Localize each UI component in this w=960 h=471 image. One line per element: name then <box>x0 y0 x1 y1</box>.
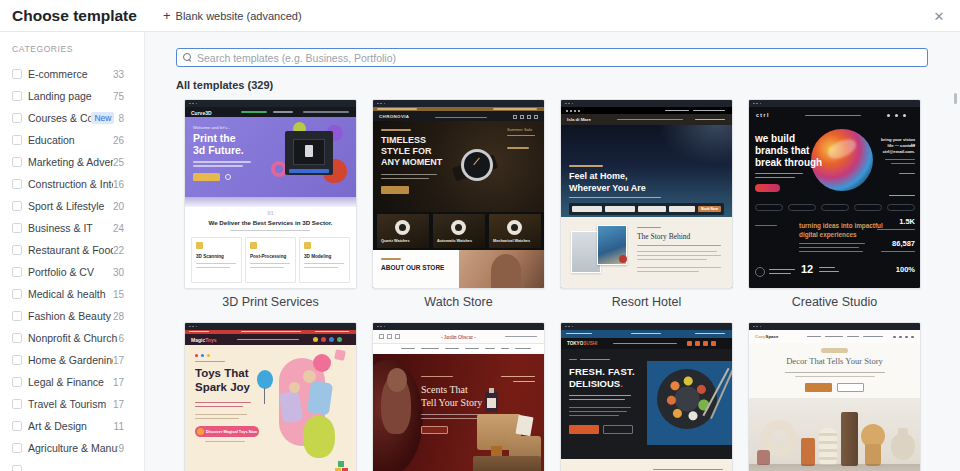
checkbox[interactable] <box>12 201 22 211</box>
sidebar-item-courses-coaching[interactable]: Courses & CoachingNew8 <box>12 107 144 129</box>
mini-section: MODERN TASTE <box>561 459 732 471</box>
checkbox[interactable] <box>12 421 22 431</box>
template-card-toys[interactable]: MagicToys Toys That <box>184 322 357 471</box>
sidebar-item-home-gardening[interactable]: Home & Gardening17 <box>12 349 144 371</box>
mini-nav: Curve3D <box>185 107 356 117</box>
sidebar-item-fashion-beauty[interactable]: Fashion & Beauty28 <box>12 305 144 327</box>
category-count: 9 <box>118 443 144 454</box>
checkbox[interactable] <box>12 289 22 299</box>
mini-feature: 3D Modeling <box>304 254 331 259</box>
template-name: Watch Store <box>372 295 545 309</box>
mini-cta: Book Now <box>698 206 721 212</box>
sidebar-item-restaurant-food[interactable]: Restaurant & Food22 <box>12 239 144 261</box>
mini-section-title: turning ideas into impactful <box>799 222 883 229</box>
sidebar-item-e-commerce[interactable]: E-commerce33 <box>12 63 144 85</box>
checkbox[interactable] <box>12 113 22 123</box>
dialog-header: Choose template + Blank website (advance… <box>0 0 960 32</box>
sidebar-item-nonprofit-church[interactable]: Nonprofit & Church6 <box>12 327 144 349</box>
mini-brand: Isla di Mare <box>567 117 591 122</box>
sidebar-item-agriculture-manufacturing[interactable]: Agriculture & Manufacturing9 <box>12 437 144 459</box>
mini-brand: Cozy <box>755 334 766 339</box>
category-count: 24 <box>113 223 144 234</box>
browser-chrome <box>561 323 732 330</box>
category-count: 20 <box>113 201 144 212</box>
template-preview: Isla di Mare Feel at Home, Wherever You … <box>560 99 733 289</box>
category-label: Legal & Finance <box>28 376 113 388</box>
category-count: 28 <box>113 311 144 322</box>
sidebar-item-medical-health[interactable]: Medical & health15 <box>12 283 144 305</box>
sidebar-item-art-design[interactable]: Art & Design11 <box>12 415 144 437</box>
mini-headline: Feel at Home, <box>569 171 628 181</box>
mini-hero: TIMELESS STYLE FOR ANY MOMENT Summer Sal… <box>373 121 544 212</box>
mini-headline: Tell Your Story <box>421 397 482 408</box>
sidebar-item-sport-lifestyle[interactable]: Sport & Lifestyle20 <box>12 195 144 217</box>
choose-template-dialog: Choose template + Blank website (advance… <box>0 0 960 471</box>
mini-hero: Welcome and let's... Print the 3d Future… <box>185 117 356 197</box>
vertical-scrollbar[interactable] <box>954 93 957 104</box>
browser-chrome <box>561 100 732 107</box>
template-preview: CHRONOVIA TIMELESS STYLE FOR <box>372 99 545 289</box>
checkbox[interactable] <box>12 399 22 409</box>
sidebar-item-legal-finance[interactable]: Legal & Finance17 <box>12 371 144 393</box>
checkbox[interactable] <box>12 245 22 255</box>
template-card-3d-print-services[interactable]: Curve3D Welcome and let's... Print the 3… <box>184 99 357 322</box>
category-label: E-commerce <box>28 68 113 80</box>
template-name: Creative Studio <box>748 295 921 309</box>
mini-nav: MagicToys <box>185 334 356 345</box>
checkbox[interactable] <box>12 355 22 365</box>
browser-chrome <box>373 100 544 107</box>
checkbox[interactable] <box>12 135 22 145</box>
sidebar-item-partial[interactable] <box>12 459 144 471</box>
template-card-perfume[interactable]: - Jardin Obscur - <box>372 322 545 471</box>
sidebar-item-education[interactable]: Education26 <box>12 129 144 151</box>
mini-brand: Curve3D <box>191 110 212 116</box>
template-card-sushi[interactable]: TOKYOSUSHI FRESH. FAST. <box>560 322 733 471</box>
category-label: Nonprofit & Church <box>28 332 118 344</box>
browser-chrome <box>373 323 544 330</box>
checkbox[interactable] <box>12 69 22 79</box>
checkbox[interactable] <box>12 333 22 343</box>
close-icon[interactable]: ✕ <box>929 6 949 26</box>
template-card-resort-hotel[interactable]: Isla di Mare Feel at Home, Wherever You … <box>560 99 733 322</box>
checkbox[interactable] <box>12 91 22 101</box>
search-input[interactable] <box>197 52 921 64</box>
template-card-creative-studio[interactable]: ctrl we build brands that break through <box>748 99 921 322</box>
sidebar-item-construction-interior[interactable]: Construction & Interior16 <box>12 173 144 195</box>
category-list: E-commerce33Landing page75Courses & Coac… <box>12 63 144 459</box>
sidebar-item-marketing-advertising[interactable]: Marketing & Advertising25 <box>12 151 144 173</box>
mini-headline: brands that <box>755 145 809 156</box>
category-label: Courses & Coaching <box>28 112 91 124</box>
category-label: Sport & Lifestyle <box>28 200 113 212</box>
sidebar-item-travel-tourism[interactable]: Travel & Tourism17 <box>12 393 144 415</box>
mini-nav: TOKYOSUSHI <box>561 338 732 349</box>
mini-nav: CHRONOVIA <box>373 111 544 121</box>
mini-brand: Space <box>766 334 779 339</box>
sidebar-item-landing-page[interactable]: Landing page75 <box>12 85 144 107</box>
blank-website-button[interactable]: + Blank website (advanced) <box>163 9 302 22</box>
mini-tile-label: Automatic Watches <box>437 239 472 243</box>
mini-nav: Isla di Mare <box>561 114 732 125</box>
sidebar-item-portfolio-cv[interactable]: Portfolio & CV30 <box>12 261 144 283</box>
checkbox[interactable] <box>12 223 22 233</box>
checkbox[interactable] <box>12 443 22 453</box>
checkbox[interactable] <box>12 465 22 471</box>
mini-stat: 100% <box>879 265 915 274</box>
mini-section-title: digital experiences <box>799 231 857 238</box>
mini-kicker: Welcome and let's... <box>193 125 231 130</box>
categories-sidebar: CATEGORIES E-commerce33Landing page75Cou… <box>0 32 145 471</box>
mini-section: The Story Behind <box>561 217 732 288</box>
template-card-decor[interactable]: CozySpace Decor That <box>748 322 921 471</box>
mini-brand: TOKYO <box>567 341 583 346</box>
mini-headline: break through <box>755 157 822 168</box>
checkbox[interactable] <box>12 311 22 321</box>
checkbox[interactable] <box>12 179 22 189</box>
checkbox[interactable] <box>12 267 22 277</box>
templates-panel: All templates (329) Curve3D <box>145 32 960 471</box>
category-label: Agriculture & Manufacturing <box>28 442 118 454</box>
checkbox[interactable] <box>12 377 22 387</box>
template-card-watch-store[interactable]: CHRONOVIA TIMELESS STYLE FOR <box>372 99 545 322</box>
category-label: Construction & Interior <box>28 178 113 190</box>
category-label: Restaurant & Food <box>28 244 113 256</box>
checkbox[interactable] <box>12 157 22 167</box>
sidebar-item-business-it[interactable]: Business & IT24 <box>12 217 144 239</box>
